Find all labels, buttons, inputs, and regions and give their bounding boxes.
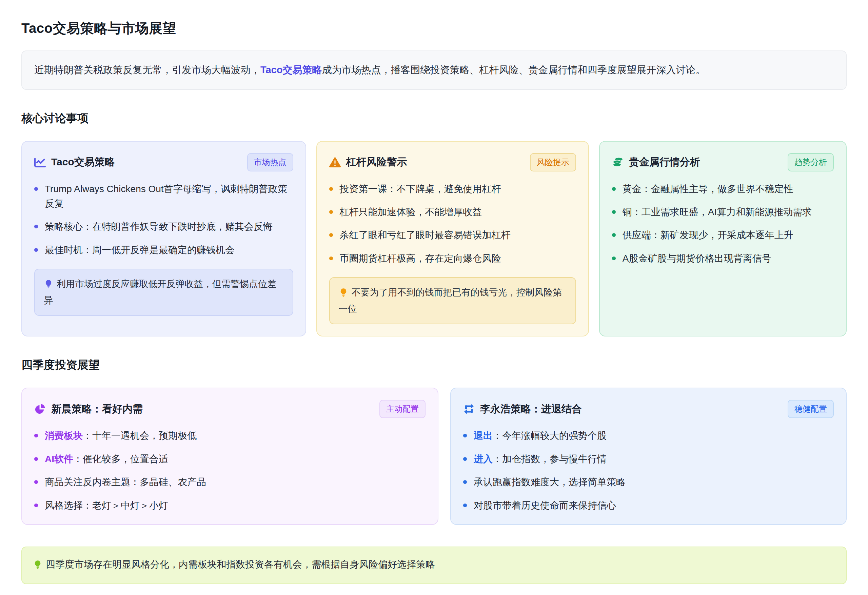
- bullet-item: 黄金：金融属性主导，做多世界不稳定性: [612, 182, 834, 196]
- bullet-list: 消费板块：十年一遇机会，预期极低AI软件：催化较多，位置合适商品关注反内卷主题：…: [34, 428, 425, 513]
- card-header: Taco交易策略 市场热点: [34, 153, 293, 171]
- bullet-text: 进入：加仓指数，参与慢牛行情: [474, 452, 607, 466]
- bullet-item: 杠杆只能加速体验，不能增厚收益: [329, 205, 576, 219]
- section-heading-q4-outlook: 四季度投资展望: [21, 358, 847, 373]
- badge-market-hotspot: 市场热点: [247, 153, 293, 171]
- bullet-text: 杀红了眼和亏红了眼时最容易错误加杠杆: [340, 228, 511, 242]
- bullet-item: 杀红了眼和亏红了眼时最容易错误加杠杆: [329, 228, 576, 242]
- bullet-list: 黄金：金融属性主导，做多世界不稳定性铜：工业需求旺盛，AI算力和新能源推动需求供…: [612, 182, 834, 266]
- bullet-text: A股金矿股与期货价格出现背离信号: [623, 251, 771, 266]
- bullet-item: 消费板块：十年一遇机会，预期极低: [34, 428, 425, 443]
- warning-icon: [329, 156, 341, 168]
- bullet-text: Trump Always Chickens Out首字母缩写，讽刺特朗普政策反复: [45, 182, 293, 211]
- card-liyonghao-strategy: 李永浩策略：进退结合 稳健配置 退出：今年涨幅较大的强势个股进入：加仓指数，参与…: [450, 387, 847, 525]
- bullet-text: 币圈期货杠杆极高，存在定向爆仓风险: [340, 251, 501, 266]
- bullet-dot: [34, 457, 38, 461]
- q4-outlook-row: 新晨策略：看好内需 主动配置 消费板块：十年一遇机会，预期极低AI软件：催化较多…: [21, 387, 847, 525]
- bullet-dot: [329, 233, 333, 237]
- card-title: 新晨策略：看好内需: [51, 402, 143, 416]
- bullet-item: Trump Always Chickens Out首字母缩写，讽刺特朗普政策反复: [34, 182, 293, 211]
- bullet-dot: [34, 434, 38, 437]
- bullet-text: 供应端：新矿发现少，开采成本逐年上升: [623, 228, 793, 242]
- bullet-dot: [463, 457, 467, 461]
- bullet-text: 退出：今年涨幅较大的强势个股: [474, 428, 607, 443]
- bullet-text: AI软件：催化较多，位置合适: [45, 452, 168, 466]
- bullet-item: 商品关注反内卷主题：多晶硅、农产品: [34, 475, 425, 489]
- bullet-dot: [612, 210, 616, 214]
- card-title: 贵金属行情分析: [629, 155, 700, 169]
- core-topics-row: Taco交易策略 市场热点 Trump Always Chickens Out首…: [21, 141, 847, 337]
- bullet-text: 投资第一课：不下牌桌，避免使用杠杆: [340, 182, 501, 196]
- bullet-item: AI软件：催化较多，位置合适: [34, 452, 425, 466]
- badge-stable-allocation: 稳健配置: [788, 400, 834, 418]
- lightbulb-icon: [339, 287, 348, 302]
- bullet-dot: [34, 225, 38, 228]
- badge-risk-notice: 风险提示: [530, 153, 576, 171]
- section-heading-core-topics: 核心讨论事项: [21, 111, 847, 126]
- bullet-item: 风格选择：老灯＞中灯＞小灯: [34, 498, 425, 513]
- bullet-item: 承认跑赢指数难度大，选择简单策略: [463, 475, 834, 489]
- bullet-dot: [612, 256, 616, 260]
- bullet-dot: [34, 480, 38, 484]
- card-title: 杠杆风险警示: [346, 155, 407, 169]
- intro-text-post: 成为市场热点，播客围绕投资策略、杠杆风险、贵金属行情和四季度展望展开深入讨论。: [322, 64, 706, 75]
- bullet-text: 最佳时机：周一低开反弹是最确定的赚钱机会: [45, 243, 235, 257]
- tip-box: 不要为了用不到的钱而把已有的钱亏光，控制风险第一位: [329, 277, 576, 324]
- bullet-dot: [612, 187, 616, 191]
- bullet-dot: [329, 187, 333, 191]
- bullet-item: 投资第一课：不下牌桌，避免使用杠杆: [329, 182, 576, 196]
- card-title: Taco交易策略: [51, 155, 115, 169]
- bullet-text: 风格选择：老灯＞中灯＞小灯: [45, 498, 168, 513]
- tip-text: 利用市场过度反应赚取低开反弹收益，但需警惕点位差异: [44, 279, 276, 305]
- bullet-dot: [329, 256, 333, 260]
- bullet-item: 铜：工业需求旺盛，AI算力和新能源推动需求: [612, 205, 834, 219]
- bullet-item: 币圈期货杠杆极高，存在定向爆仓风险: [329, 251, 576, 266]
- summary-page: Taco交易策略与市场展望 近期特朗普关税政策反复无常，引发市场大幅波动，Tac…: [0, 0, 868, 595]
- card-header: 新晨策略：看好内需 主动配置: [34, 400, 425, 418]
- lightbulb-icon: [33, 559, 42, 573]
- exchange-arrows-icon: [463, 403, 475, 415]
- summary-bar: 四季度市场存在明显风格分化，内需板块和指数投资各有机会，需根据自身风险偏好选择策…: [21, 546, 847, 584]
- bullet-text: 对股市带着历史使命而来保持信心: [474, 498, 616, 513]
- bullet-item: 最佳时机：周一低开反弹是最确定的赚钱机会: [34, 243, 293, 257]
- bullet-text: 策略核心：在特朗普作妖导致下跌时抄底，赌其会反悔: [45, 219, 273, 234]
- pie-chart-icon: [34, 403, 46, 415]
- bullet-text: 承认跑赢指数难度大，选择简单策略: [474, 475, 626, 489]
- card-taco-strategy: Taco交易策略 市场热点 Trump Always Chickens Out首…: [21, 141, 306, 337]
- bullet-dot: [329, 210, 333, 214]
- summary-text: 四季度市场存在明显风格分化，内需板块和指数投资各有机会，需根据自身风险偏好选择策…: [46, 559, 435, 570]
- card-title: 李永浩策略：进退结合: [480, 402, 582, 416]
- bullet-dot: [463, 434, 467, 437]
- bullet-dot: [34, 504, 38, 507]
- intro-text-pre: 近期特朗普关税政策反复无常，引发市场大幅波动，: [34, 64, 260, 75]
- bullet-item: 供应端：新矿发现少，开采成本逐年上升: [612, 228, 834, 242]
- bullet-text: 杠杆只能加速体验，不能增厚收益: [340, 205, 482, 219]
- bullet-item: 进入：加仓指数，参与慢牛行情: [463, 452, 834, 466]
- bullet-dot: [463, 504, 467, 507]
- bullet-text: 消费板块：十年一遇机会，预期极低: [45, 428, 197, 443]
- bullet-dot: [34, 187, 38, 191]
- badge-trend-analysis: 趋势分析: [788, 153, 834, 171]
- intro-box: 近期特朗普关税政策反复无常，引发市场大幅波动，Taco交易策略成为市场热点，播客…: [21, 50, 847, 90]
- bullet-item: 退出：今年涨幅较大的强势个股: [463, 428, 834, 443]
- intro-text-highlight: Taco交易策略: [260, 64, 322, 75]
- card-leverage-risk: 杠杆风险警示 风险提示 投资第一课：不下牌桌，避免使用杠杆杠杆只能加速体验，不能…: [316, 141, 589, 337]
- tip-box: 利用市场过度反应赚取低开反弹收益，但需警惕点位差异: [34, 269, 293, 316]
- lightbulb-icon: [44, 278, 53, 293]
- bullet-text: 商品关注反内卷主题：多晶硅、农产品: [45, 475, 206, 489]
- chart-line-icon: [34, 156, 46, 168]
- bullet-dot: [34, 248, 38, 252]
- card-xinchen-strategy: 新晨策略：看好内需 主动配置 消费板块：十年一遇机会，预期极低AI软件：催化较多…: [21, 387, 438, 525]
- bullet-dot: [612, 233, 616, 237]
- coins-icon: [612, 156, 623, 168]
- card-header: 李永浩策略：进退结合 稳健配置: [463, 400, 834, 418]
- bullet-list: 退出：今年涨幅较大的强势个股进入：加仓指数，参与慢牛行情承认跑赢指数难度大，选择…: [463, 428, 834, 513]
- card-precious-metals: 贵金属行情分析 趋势分析 黄金：金融属性主导，做多世界不稳定性铜：工业需求旺盛，…: [599, 141, 847, 337]
- bullet-dot: [463, 480, 467, 484]
- card-header: 贵金属行情分析 趋势分析: [612, 153, 834, 171]
- page-title: Taco交易策略与市场展望: [21, 19, 847, 38]
- bullet-item: A股金矿股与期货价格出现背离信号: [612, 251, 834, 266]
- bullet-list: Trump Always Chickens Out首字母缩写，讽刺特朗普政策反复…: [34, 182, 293, 258]
- bullet-list: 投资第一课：不下牌桌，避免使用杠杆杠杆只能加速体验，不能增厚收益杀红了眼和亏红了…: [329, 182, 576, 266]
- bullet-text: 黄金：金融属性主导，做多世界不稳定性: [623, 182, 793, 196]
